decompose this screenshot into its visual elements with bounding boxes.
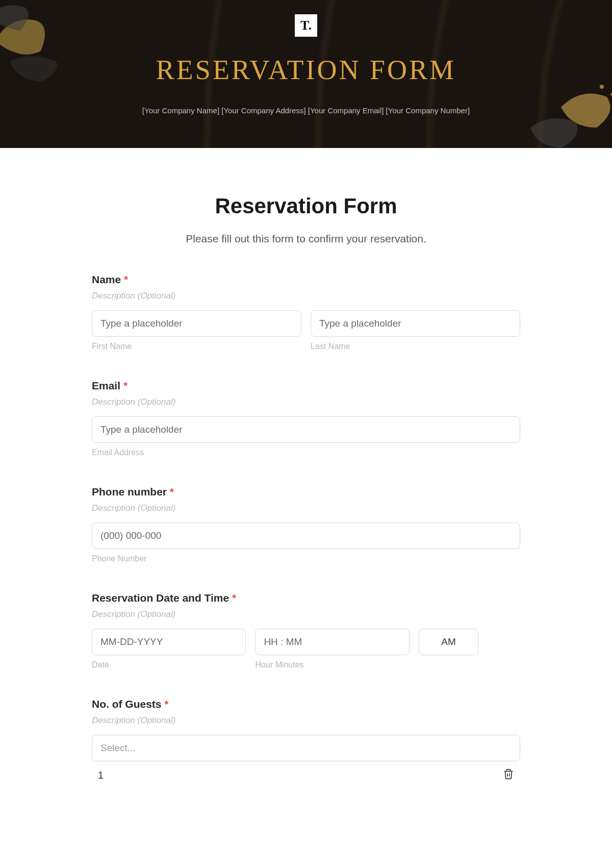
form-container: Reservation Form Please fill out this fo… xyxy=(71,148,541,803)
guests-select[interactable]: Select... xyxy=(92,735,520,761)
leaf-decoration-bottom-right-icon xyxy=(500,66,612,148)
required-mark: * xyxy=(124,274,128,285)
name-description[interactable]: Description (Optional) xyxy=(92,291,520,301)
email-label: Email * xyxy=(92,380,520,392)
name-label: Name * xyxy=(92,274,520,286)
field-datetime: Reservation Date and Time * Description … xyxy=(92,592,520,669)
required-mark: * xyxy=(170,486,174,498)
time-input[interactable] xyxy=(255,629,409,655)
banner-subtitle: [Your Company Name] [Your Company Addres… xyxy=(142,106,470,115)
required-mark: * xyxy=(232,592,236,604)
trash-icon[interactable] xyxy=(503,768,514,782)
phone-label-text: Phone number xyxy=(92,486,167,498)
date-sublabel: Date xyxy=(92,660,246,669)
phone-input[interactable] xyxy=(92,523,520,549)
email-description[interactable]: Description (Optional) xyxy=(92,397,520,407)
svg-point-0 xyxy=(600,85,604,89)
guests-label: No. of Guests * xyxy=(92,698,520,710)
phone-description[interactable]: Description (Optional) xyxy=(92,503,520,513)
datetime-description[interactable]: Description (Optional) xyxy=(92,609,520,619)
guests-description[interactable]: Description (Optional) xyxy=(92,715,520,726)
email-sublabel: Email Address xyxy=(92,448,520,457)
phone-sublabel: Phone Number xyxy=(92,554,520,563)
form-subtitle: Please fill out this form to confirm you… xyxy=(92,233,520,245)
date-input[interactable] xyxy=(92,629,246,655)
field-guests: No. of Guests * Description (Optional) S… xyxy=(92,698,520,782)
name-label-text: Name xyxy=(92,274,121,285)
banner-title: RESERVATION FORM xyxy=(156,54,456,86)
first-name-sublabel: First Name xyxy=(92,342,301,351)
datetime-label: Reservation Date and Time * xyxy=(92,592,520,604)
banner-header: T. RESERVATION FORM [Your Company Name] … xyxy=(0,0,612,148)
field-phone: Phone number * Description (Optional) Ph… xyxy=(92,486,520,563)
leaf-decoration-top-left-icon xyxy=(0,0,92,92)
required-mark: * xyxy=(164,698,168,710)
phone-label: Phone number * xyxy=(92,486,520,498)
first-name-input[interactable] xyxy=(92,310,301,337)
guests-option-1[interactable]: 1 xyxy=(98,770,104,781)
ampm-toggle[interactable]: AM xyxy=(419,629,479,655)
time-sublabel: Hour Minutes xyxy=(255,660,409,669)
field-email: Email * Description (Optional) Email Add… xyxy=(92,380,520,457)
email-input[interactable] xyxy=(92,416,520,443)
last-name-sublabel: Last Name xyxy=(311,342,520,351)
guests-option-row: 1 xyxy=(92,761,520,782)
guests-label-text: No. of Guests xyxy=(92,698,162,710)
email-label-text: Email xyxy=(92,380,120,391)
logo-icon: T. xyxy=(295,14,317,37)
last-name-input[interactable] xyxy=(311,310,520,337)
form-title: Reservation Form xyxy=(92,194,520,218)
datetime-label-text: Reservation Date and Time xyxy=(92,592,229,604)
required-mark: * xyxy=(123,380,128,391)
field-name: Name * Description (Optional) First Name… xyxy=(92,274,520,351)
